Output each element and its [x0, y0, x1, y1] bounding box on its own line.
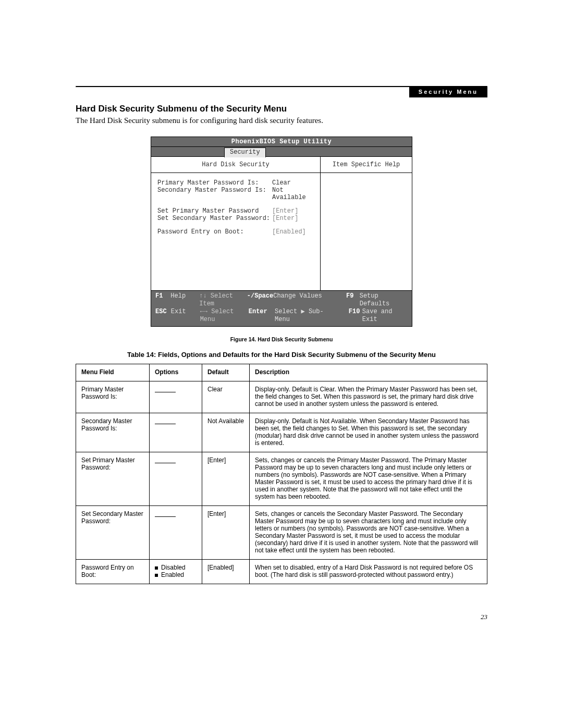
cell-options — [150, 381, 202, 413]
cell-default: [Enter] — [202, 452, 250, 506]
bios-footer-row-1: F1 Help ↑↓ Select Item -/Space Change Va… — [155, 292, 408, 308]
bios-field-row: Set Secondary Master Password:[Enter] — [157, 215, 314, 222]
cell-default: Not Available — [202, 413, 250, 452]
table-row: Set Secondary Master Password:[Enter]Set… — [76, 506, 487, 560]
option-item-label: Enabled — [161, 571, 184, 578]
bios-screenshot: PhoenixBIOS Setup Utility Security Hard … — [151, 137, 412, 327]
bullet-icon — [155, 574, 158, 577]
key-space: -/Space — [247, 292, 273, 308]
th-menu-field: Menu Field — [76, 364, 150, 381]
page-title: Hard Disk Security Submenu of the Securi… — [76, 104, 487, 114]
table-caption: Table 14: Fields, Options and Defaults f… — [76, 351, 487, 359]
lbl-save: Save and Exit — [362, 308, 408, 324]
bios-field-row: Secondary Master Password Is:Not Availab… — [157, 187, 314, 201]
cell-description: Display-only. Default is Not Available. … — [250, 413, 487, 452]
lbl-exit: Exit — [171, 308, 200, 324]
arrows-lr: ←→ Select Menu — [200, 308, 249, 324]
cell-description: When set to disabled, entry of a Hard Di… — [250, 560, 487, 584]
cell-menu-field: Password Entry on Boot: — [76, 560, 150, 584]
cell-options — [150, 413, 202, 452]
lbl-help: Help — [170, 292, 199, 308]
bios-field-value: [Enter] — [272, 215, 314, 222]
cell-menu-field: Set Primary Master Password: — [76, 452, 150, 506]
bios-body: Primary Master Password Is:ClearSecondar… — [151, 173, 412, 290]
bios-field-value: [Enabled] — [272, 228, 314, 236]
bios-tabbar: Security — [151, 147, 412, 157]
th-default: Default — [202, 364, 250, 381]
cell-default: [Enabled] — [202, 560, 250, 584]
bios-field-row: Password Entry on Boot:[Enabled] — [157, 228, 314, 236]
cell-default: Clear — [202, 381, 250, 413]
bios-tab-security: Security — [224, 147, 266, 157]
bios-field-value: [Enter] — [272, 207, 314, 215]
cell-default: [Enter] — [202, 506, 250, 560]
bios-left-header: Hard Disk Security — [151, 157, 321, 172]
bios-field-label: Set Secondary Master Password: — [157, 215, 272, 222]
bios-field-label: Primary Master Password Is: — [157, 179, 272, 187]
key-f1: F1 — [155, 292, 170, 308]
options-table: Menu Field Options Default Description P… — [76, 364, 487, 584]
bios-field-label: Secondary Master Password Is: — [157, 187, 272, 201]
intro-text: The Hard Disk Security submenu is for co… — [76, 116, 487, 125]
key-enter: Enter — [249, 308, 275, 324]
page-number: 23 — [481, 613, 487, 621]
figure-caption: Figure 14. Hard Disk Security Submenu — [76, 336, 487, 342]
cell-options — [150, 506, 202, 560]
bios-field-value: Not Available — [272, 187, 314, 201]
table-row: Primary Master Password Is:ClearDisplay-… — [76, 381, 487, 413]
bios-footer: F1 Help ↑↓ Select Item -/Space Change Va… — [151, 290, 412, 326]
section-tag: Security Menu — [409, 87, 487, 97]
lbl-setupdef: Setup Defaults — [360, 292, 408, 308]
cell-options: DisabledEnabled — [150, 560, 202, 584]
bullet-icon — [155, 566, 158, 570]
key-f9: F9 — [346, 292, 360, 308]
dash-icon — [155, 419, 176, 424]
cell-description: Sets, changes or cancels the Primary Mas… — [250, 452, 487, 506]
header-tag-row: Security Menu — [76, 87, 487, 97]
bios-field-row: Set Primary Master Password[Enter] — [157, 207, 314, 215]
bios-footer-row-2: ESC Exit ←→ Select Menu Enter Select ▶ S… — [155, 308, 408, 324]
bios-right-header: Item Specific Help — [321, 157, 412, 172]
option-item: Enabled — [155, 571, 197, 578]
bios-fields: Primary Master Password Is:ClearSecondar… — [151, 173, 321, 290]
key-esc: ESC — [155, 308, 171, 324]
option-item: Disabled — [155, 564, 197, 571]
bios-field-value: Clear — [272, 179, 314, 187]
th-options: Options — [150, 364, 202, 381]
bios-help-panel — [321, 173, 412, 290]
bios-field-label: Set Primary Master Password — [157, 207, 272, 215]
cell-description: Sets, changes or cancels the Secondary M… — [250, 506, 487, 560]
dash-icon — [155, 459, 176, 463]
cell-menu-field: Primary Master Password Is: — [76, 381, 150, 413]
bios-field-label: Password Entry on Boot: — [157, 228, 272, 236]
table-row: Secondary Master Password Is:Not Availab… — [76, 413, 487, 452]
cell-options — [150, 452, 202, 506]
content-area: Security Menu Hard Disk Security Submenu… — [76, 86, 487, 584]
table-row: Password Entry on Boot:DisabledEnabled[E… — [76, 560, 487, 584]
lbl-submenu: Select ▶ Sub-Menu — [275, 308, 333, 324]
dash-icon — [155, 512, 176, 517]
arrows-ud: ↑↓ Select Item — [199, 292, 247, 308]
bios-column-headers: Hard Disk Security Item Specific Help — [151, 157, 412, 173]
lbl-change: Change Values — [273, 292, 331, 308]
dash-icon — [155, 388, 176, 392]
key-f10: F10 — [349, 308, 362, 324]
table-header-row: Menu Field Options Default Description — [76, 364, 487, 381]
table-row: Set Primary Master Password:[Enter]Sets,… — [76, 452, 487, 506]
option-item-label: Disabled — [161, 564, 186, 571]
document-page: Security Menu Hard Disk Security Submenu… — [0, 0, 563, 728]
th-description: Description — [250, 364, 487, 381]
cell-description: Display-only. Default is Clear. When the… — [250, 381, 487, 413]
cell-menu-field: Set Secondary Master Password: — [76, 506, 150, 560]
bios-title: PhoenixBIOS Setup Utility — [151, 137, 412, 147]
cell-menu-field: Secondary Master Password Is: — [76, 413, 150, 452]
bios-field-row: Primary Master Password Is:Clear — [157, 179, 314, 187]
